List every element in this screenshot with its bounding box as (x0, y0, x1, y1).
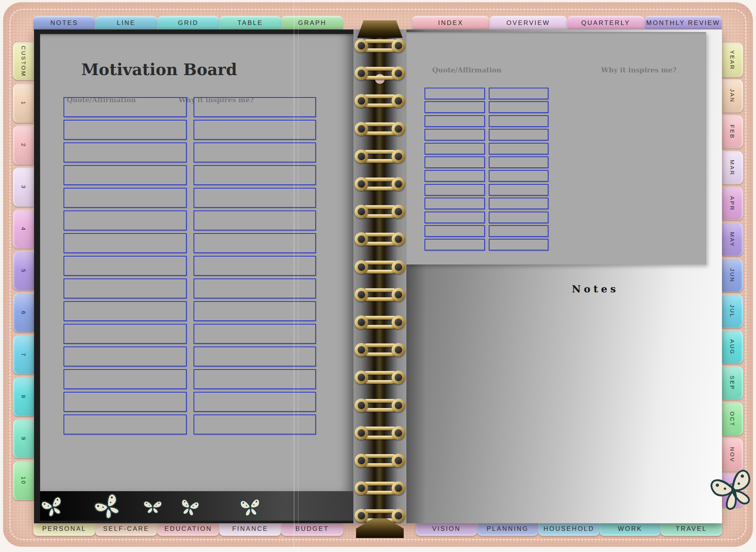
entry-box[interactable] (64, 301, 187, 321)
tab-overview[interactable]: OVERVIEW (490, 16, 567, 30)
entry-box[interactable] (424, 239, 485, 250)
entry-box[interactable] (64, 142, 187, 162)
inspires-column (489, 88, 548, 258)
entry-box[interactable] (64, 188, 187, 208)
entry-box[interactable] (424, 198, 485, 209)
binder-ring (355, 259, 405, 276)
tab-3[interactable]: 3 (13, 168, 34, 207)
tab-1[interactable]: 1 (13, 84, 34, 123)
entry-box[interactable] (489, 88, 548, 99)
tab-mar[interactable]: MAR (722, 151, 743, 184)
entry-box[interactable] (64, 210, 187, 230)
tab-finance[interactable]: FINANCE (219, 522, 281, 536)
entry-box[interactable] (489, 143, 548, 155)
left-paper[interactable]: Motivation Board Quote/Affirmation Why i… (40, 34, 353, 491)
tab-index[interactable]: INDEX (412, 16, 490, 30)
tab-education[interactable]: EDUCATION (157, 522, 219, 536)
entry-box[interactable] (64, 120, 187, 140)
tab-may[interactable]: MAY (722, 223, 743, 256)
tab-2[interactable]: 2 (13, 126, 34, 165)
tab-8[interactable]: 8 (13, 377, 34, 416)
entry-box[interactable] (424, 170, 485, 182)
column-header-quote: Quote/Affirmation (429, 66, 505, 74)
tab-9[interactable]: 9 (13, 419, 34, 458)
tab-10[interactable]: 10 (13, 461, 34, 500)
butterfly-icon (88, 486, 127, 526)
entry-box[interactable] (64, 324, 187, 344)
butterfly-icon (237, 493, 263, 519)
tab-4[interactable]: 4 (13, 210, 34, 249)
tab-apr[interactable]: APR (722, 187, 743, 220)
tab-label: OCT (729, 411, 736, 427)
entry-box[interactable] (489, 225, 548, 237)
right-panel[interactable]: Quote/Affirmation Why it inspires me? (406, 32, 706, 264)
tab-vision[interactable]: VISION (416, 522, 477, 536)
entry-box[interactable] (64, 346, 187, 366)
entry-box[interactable] (424, 115, 485, 127)
tab-travel[interactable]: TRAVEL (661, 522, 722, 536)
tab-label: LINE (117, 19, 136, 27)
tab-custom[interactable]: CUSTOM (13, 42, 34, 80)
entry-box[interactable] (64, 414, 187, 434)
tab-graph[interactable]: GRAPH (281, 16, 343, 30)
tab-6[interactable]: 6 (13, 294, 34, 332)
entry-box[interactable] (424, 101, 485, 113)
tab-table[interactable]: TABLE (219, 16, 281, 30)
entry-box[interactable] (64, 392, 187, 412)
entry-box[interactable] (489, 198, 548, 209)
tab-label: PERSONAL (42, 525, 87, 533)
tab-7[interactable]: 7 (13, 336, 34, 374)
entry-box[interactable] (424, 88, 485, 99)
entry-box[interactable] (424, 212, 485, 223)
entry-box[interactable] (64, 233, 187, 253)
tab-label: JUL (729, 305, 736, 318)
tab-label: FEB (729, 125, 736, 139)
tab-personal[interactable]: PERSONAL (33, 522, 95, 536)
entry-box[interactable] (64, 97, 187, 117)
entry-box[interactable] (489, 115, 548, 127)
tab-notes[interactable]: NOTES (33, 16, 95, 30)
entry-box[interactable] (489, 129, 548, 141)
entry-box[interactable] (64, 165, 187, 185)
binder-ring (355, 397, 405, 414)
entry-box[interactable] (489, 156, 548, 168)
tab-household[interactable]: HOUSEHOLD (538, 522, 600, 536)
tab-work[interactable]: WORK (600, 522, 661, 536)
entry-box[interactable] (489, 170, 548, 182)
tab-jul[interactable]: JUL (722, 295, 743, 328)
entry-box[interactable] (489, 239, 548, 250)
entry-box[interactable] (489, 184, 548, 196)
entry-box[interactable] (64, 369, 187, 389)
notes-heading: Notes (558, 283, 633, 295)
entry-box[interactable] (64, 256, 187, 276)
entry-box[interactable] (424, 184, 485, 196)
tab-grid[interactable]: GRID (157, 16, 219, 30)
tab-quarterly[interactable]: QUARTERLY (567, 16, 644, 30)
tab-aug[interactable]: AUG (722, 331, 743, 364)
tab-line[interactable]: LINE (95, 16, 157, 30)
tab-feb[interactable]: FEB (722, 115, 743, 148)
entry-box[interactable] (424, 143, 485, 155)
tab-label: APR (729, 196, 736, 211)
tab-planning[interactable]: PLANNING (477, 522, 538, 536)
column-header-inspires: Why it inspires me? (593, 66, 684, 74)
entry-box[interactable] (424, 225, 485, 237)
tab-label: GRAPH (298, 19, 326, 27)
entry-box[interactable] (424, 156, 485, 168)
tab-jun[interactable]: JUN (722, 259, 743, 292)
binder-ring (355, 121, 405, 138)
tab-5[interactable]: 5 (13, 252, 34, 291)
tab-monthly-review[interactable]: MONTHLY REVIEW (644, 16, 722, 30)
tab-year[interactable]: YEAR (722, 43, 743, 77)
tab-budget[interactable]: BUDGET (281, 522, 343, 536)
entry-box[interactable] (64, 278, 187, 298)
tab-label: MAR (729, 160, 736, 176)
tab-label: OVERVIEW (507, 19, 550, 27)
tab-sep[interactable]: SEP (722, 366, 743, 400)
tab-oct[interactable]: OCT (722, 402, 743, 436)
entry-box[interactable] (424, 129, 485, 141)
entry-box[interactable] (489, 212, 548, 223)
tab-label: 7 (20, 353, 27, 357)
entry-box[interactable] (489, 101, 548, 113)
tab-jan[interactable]: JAN (722, 79, 743, 113)
